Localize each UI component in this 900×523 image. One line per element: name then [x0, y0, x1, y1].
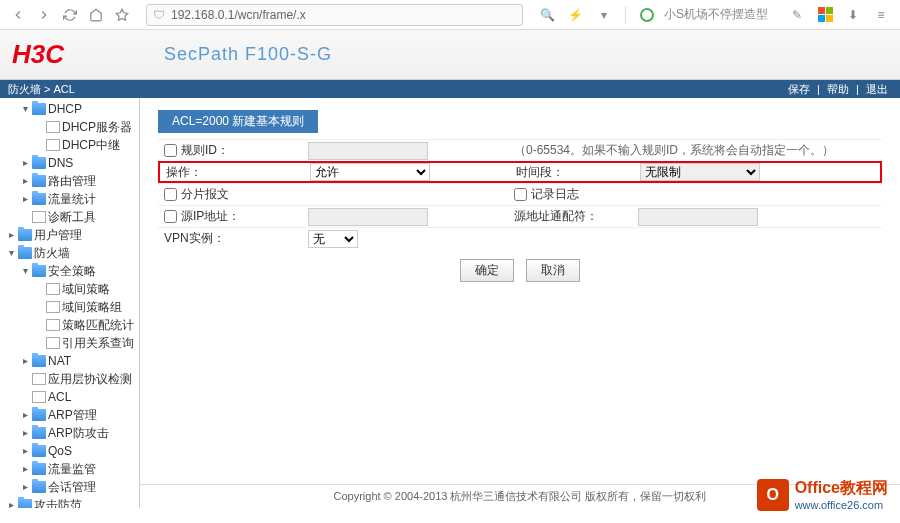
sidebar-item[interactable]: 域间策略组: [0, 298, 139, 316]
fragment-checkbox[interactable]: [164, 188, 177, 201]
edit-icon[interactable]: ✎: [788, 6, 806, 24]
timeslot-label: 时间段：: [516, 164, 564, 181]
sidebar-item[interactable]: 应用层协议检测: [0, 370, 139, 388]
download-icon[interactable]: ⬇: [844, 6, 862, 24]
folder-icon: [32, 103, 46, 115]
expand-icon: ▸: [18, 353, 32, 369]
srcip-checkbox[interactable]: [164, 210, 177, 223]
sidebar-item[interactable]: ▸NAT: [0, 352, 139, 370]
folder-icon: [32, 175, 46, 187]
collapse-icon: ▾: [4, 245, 18, 261]
rule-id-input[interactable]: [308, 142, 428, 160]
vpn-label: VPN实例：: [164, 230, 225, 247]
sidebar-item[interactable]: ▸ARP防攻击: [0, 424, 139, 442]
back-button[interactable]: [8, 5, 28, 25]
sidebar-item[interactable]: ▾安全策略: [0, 262, 139, 280]
sidebar: ▾DHCPDHCP服务器DHCP中继▸DNS▸路由管理▸流量统计诊断工具▸用户管…: [0, 98, 140, 508]
row-operation-highlighted: 操作： 允许 时间段： 无限制: [158, 161, 882, 183]
sidebar-item[interactable]: ACL: [0, 388, 139, 406]
refresh-button[interactable]: [60, 5, 80, 25]
folder-icon: [32, 355, 46, 367]
sidebar-item[interactable]: ▸会话管理: [0, 478, 139, 496]
menu-icon[interactable]: ≡: [872, 6, 890, 24]
sidebar-item[interactable]: ▸流量监管: [0, 460, 139, 478]
srcwild-label: 源地址通配符：: [514, 208, 598, 225]
help-link[interactable]: 帮助: [827, 83, 849, 95]
sidebar-item-label: NAT: [48, 353, 71, 369]
save-link[interactable]: 保存: [788, 83, 810, 95]
expand-icon: ▸: [18, 155, 32, 171]
sidebar-item[interactable]: ▸ARP管理: [0, 406, 139, 424]
exit-link[interactable]: 退出: [866, 83, 888, 95]
home-button[interactable]: [86, 5, 106, 25]
sidebar-item[interactable]: 域间策略: [0, 280, 139, 298]
folder-icon: [32, 481, 46, 493]
watermark-title: Office教程网: [795, 478, 888, 499]
sidebar-item[interactable]: ▸路由管理: [0, 172, 139, 190]
sidebar-item[interactable]: ▾防火墙: [0, 244, 139, 262]
app-header: H3C SecPath F100-S-G: [0, 30, 900, 80]
sidebar-item-label: 用户管理: [34, 227, 82, 243]
row-fragment: 分片报文 记录日志: [158, 183, 882, 205]
star-button[interactable]: [112, 5, 132, 25]
rule-id-hint: （0-65534。如果不输入规则ID，系统将会自动指定一个。）: [508, 142, 882, 159]
operation-select[interactable]: 允许: [310, 163, 430, 181]
sidebar-item[interactable]: ▸QoS: [0, 442, 139, 460]
sidebar-item-label: 会话管理: [48, 479, 96, 495]
page-icon: [46, 283, 60, 295]
log-checkbox[interactable]: [514, 188, 527, 201]
row-rule-id: 规则ID： （0-65534。如果不输入规则ID，系统将会自动指定一个。）: [158, 139, 882, 161]
expand-icon: ▸: [18, 173, 32, 189]
microsoft-icon[interactable]: [816, 6, 834, 24]
sidebar-item[interactable]: 引用关系查询: [0, 334, 139, 352]
vpn-select[interactable]: 无: [308, 230, 358, 248]
expand-icon: ▸: [18, 407, 32, 423]
folder-icon: [32, 157, 46, 169]
forward-button[interactable]: [34, 5, 54, 25]
sidebar-item[interactable]: ▸DNS: [0, 154, 139, 172]
expand-icon: ▸: [18, 479, 32, 495]
folder-icon: [32, 445, 46, 457]
content: ACL=2000 新建基本规则 规则ID： （0-65534。如果不输入规则ID…: [140, 98, 900, 508]
expand-icon: ▸: [18, 461, 32, 477]
extension-icon[interactable]: [638, 6, 656, 24]
srcwild-input[interactable]: [638, 208, 758, 226]
sidebar-item[interactable]: DHCP中继: [0, 136, 139, 154]
folder-icon: [32, 265, 46, 277]
timeslot-select[interactable]: 无限制: [640, 163, 760, 181]
sidebar-item[interactable]: ▾DHCP: [0, 100, 139, 118]
watermark: O Office教程网 www.office26.com: [757, 478, 888, 508]
row-vpn: VPN实例： 无: [158, 227, 882, 249]
search-icon[interactable]: 🔍: [539, 6, 557, 24]
sidebar-item-label: ACL: [48, 389, 71, 405]
rule-id-checkbox[interactable]: [164, 144, 177, 157]
dropdown-icon[interactable]: ▾: [595, 6, 613, 24]
flash-icon[interactable]: ⚡: [567, 6, 585, 24]
sidebar-item[interactable]: ▸用户管理: [0, 226, 139, 244]
sidebar-item[interactable]: 诊断工具: [0, 208, 139, 226]
shield-icon: 🛡: [153, 8, 165, 22]
row-srcip: 源IP地址： 源地址通配符：: [158, 205, 882, 227]
tab-header: ACL=2000 新建基本规则: [158, 110, 318, 133]
page-icon: [46, 301, 60, 313]
sidebar-item-label: DHCP中继: [62, 137, 120, 153]
sidebar-item[interactable]: 策略匹配统计: [0, 316, 139, 334]
sidebar-item-label: DHCP服务器: [62, 119, 132, 135]
sidebar-item-label: 安全策略: [48, 263, 96, 279]
form: 规则ID： （0-65534。如果不输入规则ID，系统将会自动指定一个。） 操作…: [158, 139, 882, 292]
srcip-input[interactable]: [308, 208, 428, 226]
cancel-button[interactable]: 取消: [526, 259, 580, 282]
sidebar-item-label: 流量监管: [48, 461, 96, 477]
sidebar-item[interactable]: ▸流量统计: [0, 190, 139, 208]
expand-icon: ▸: [18, 443, 32, 459]
url-bar[interactable]: 🛡 192.168.0.1/wcn/frame/.x: [146, 4, 523, 26]
sidebar-item-label: 应用层协议检测: [48, 371, 132, 387]
breadcrumb: 防火墙 > ACL 保存 | 帮助 | 退出: [0, 80, 900, 98]
sidebar-item[interactable]: ▸攻击防范: [0, 496, 139, 508]
sidebar-item-label: 攻击防范: [34, 497, 82, 508]
ok-button[interactable]: 确定: [460, 259, 514, 282]
sidebar-item[interactable]: DHCP服务器: [0, 118, 139, 136]
breadcrumb-path: 防火墙 > ACL: [8, 82, 784, 97]
sidebar-item-label: 流量统计: [48, 191, 96, 207]
logo: H3C: [12, 39, 64, 70]
